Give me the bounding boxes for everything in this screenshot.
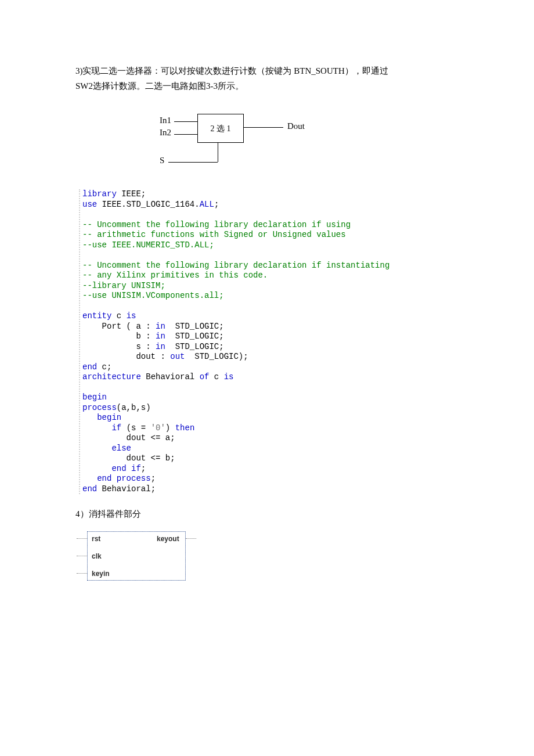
kw-use: use (82, 200, 97, 209)
port3a: s : (82, 342, 156, 351)
kw-begin2: begin (82, 413, 121, 422)
kw-entity: entity (82, 311, 111, 321)
kw-else: else (82, 444, 131, 453)
kw-is1: is (127, 311, 136, 321)
endarch-b: Behavioral; (97, 484, 156, 494)
mux-wire-in2 (174, 134, 197, 135)
kw-in1: in (156, 322, 165, 331)
id-stdlogic1164: IEEE.STD_LOGIC_1164. (97, 200, 199, 209)
kw-end1: end (82, 362, 97, 372)
port4a: dout : (82, 352, 170, 361)
kw-then: then (175, 423, 195, 433)
kw-of: of (200, 372, 210, 381)
mux-in1-label: In1 (160, 116, 171, 125)
port1c: STD_LOGIC; (165, 322, 224, 331)
id-ieee: IEEE; (117, 189, 146, 199)
endc-b: c; (97, 362, 111, 372)
mux-wire-s-v (218, 143, 218, 162)
str-0: '0' (151, 423, 165, 433)
db-rst-label: rst (92, 535, 100, 543)
port2c: STD_LOGIC; (165, 332, 224, 341)
mux-in2-label: In2 (160, 128, 171, 138)
db-stub-rst (77, 538, 87, 539)
mux-s-label: S (160, 156, 164, 165)
port2a: b : (82, 332, 156, 341)
kw-in2: in (156, 332, 165, 341)
cmt-1: -- Uncomment the following library decla… (82, 220, 351, 229)
endif-c: ; (141, 464, 146, 473)
cmt-5: -- any Xilinx primitives in this code. (82, 271, 268, 280)
debounce-diagram: rst clk keyin keyout (75, 531, 197, 584)
kw-begin1: begin (82, 393, 107, 402)
db-stub-keyin (77, 573, 87, 574)
port3c: STD_LOGIC; (165, 342, 224, 351)
kw-out: out (170, 352, 185, 361)
endproc-c: ; (151, 474, 156, 483)
kw-in3: in (156, 342, 165, 351)
cmt-7: --use UNISIM.VComponents.all; (82, 291, 224, 300)
assign1: dout <= a; (82, 433, 175, 442)
port4c: STD_LOGIC); (185, 352, 248, 361)
kw-if: if (82, 423, 127, 433)
kw-endif-a: end (82, 464, 131, 473)
section3-line1: 3)实现二选一选择器：可以对按键次数进行计数（按键为 BTN_SOUTH），即通… (75, 64, 459, 79)
cmt-2: -- arithmetic functions with Signed or U… (82, 230, 346, 239)
db-clk-label: clk (92, 552, 102, 560)
db-keyout-label: keyout (157, 535, 179, 543)
kw-all: ALL (200, 200, 214, 209)
arch-b: Behavioral (141, 372, 200, 381)
mux-dout-label: Dout (287, 121, 305, 131)
kw-endarch-a: end (82, 484, 97, 494)
kw-process: process (82, 403, 117, 412)
cmt-6: --library UNISIM; (82, 281, 165, 290)
cmt-3: --use IEEE.NUMERIC_STD.ALL; (82, 240, 214, 250)
cmt-4: -- Uncomment the following library decla… (82, 261, 389, 270)
mux-box: 2 选 1 (197, 114, 244, 143)
kw-arch: architecture (82, 372, 141, 381)
section3-line2: SW2选择计数源。二选一电路如图3-3所示。 (75, 79, 459, 94)
semi1: ; (214, 200, 219, 209)
proc-b: (a,b,s) (117, 403, 151, 412)
section4-title: 4）消抖器件部分 (75, 509, 459, 520)
arch-d: c (209, 372, 223, 381)
db-stub-clk (77, 556, 87, 556)
kw-library: library (82, 189, 117, 199)
port1a: Port ( a : (82, 322, 156, 331)
mux-wire-in1 (174, 121, 197, 122)
mux-wire-out (244, 127, 283, 128)
db-stub-keyout (186, 538, 196, 539)
db-keyin-label: keyin (92, 570, 110, 578)
assign2: dout <= b; (82, 453, 175, 463)
kw-is2: is (224, 372, 234, 381)
mux-wire-s-h (168, 162, 218, 163)
kw-endproc-b: process (117, 474, 151, 483)
if-b: (s = (127, 423, 151, 433)
if-d: ) (165, 423, 175, 433)
kw-endproc-a: end (82, 474, 117, 483)
kw-endif-b: if (131, 464, 141, 473)
mux-diagram: In1 In2 S Dout 2 选 1 (110, 114, 319, 178)
vhdl-code: library IEEE; use IEEE.STD_LOGIC_1164.AL… (79, 189, 459, 494)
ent-name: c (111, 311, 126, 321)
